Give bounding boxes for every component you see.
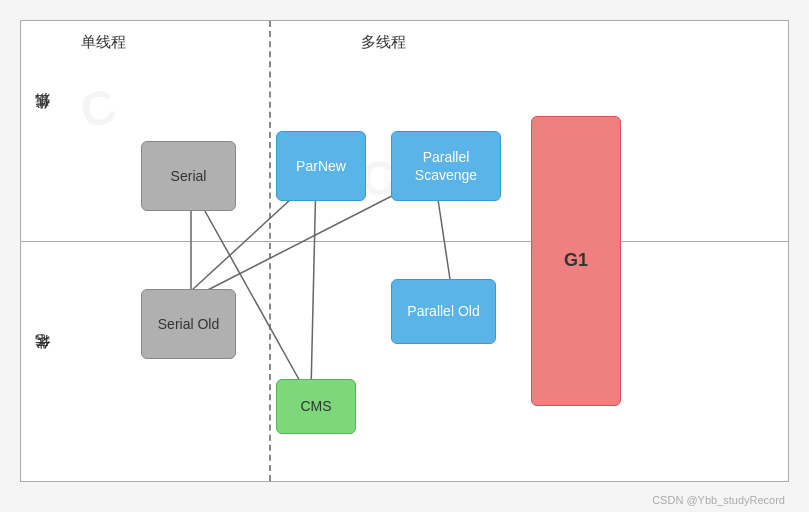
parallel-old-collector: Parallel Old bbox=[391, 279, 496, 344]
svg-line-5 bbox=[436, 186, 451, 286]
bg-watermark-1: C bbox=[74, 77, 122, 139]
serial-old-collector: Serial Old bbox=[141, 289, 236, 359]
young-old-divider bbox=[21, 241, 788, 242]
connector-lines bbox=[21, 21, 788, 481]
label-multi-thread: 多线程 bbox=[361, 33, 406, 52]
serial-collector: Serial bbox=[141, 141, 236, 211]
cms-collector: CMS bbox=[276, 379, 356, 434]
single-multi-divider bbox=[269, 21, 271, 481]
label-single-thread: 单线程 bbox=[81, 33, 126, 52]
g1-collector: G1 bbox=[531, 116, 621, 406]
diagram-container: C C C 单线程 多线程 新生代 老年代 Serial ParNew Para… bbox=[20, 20, 789, 482]
parallel-scavenge-collector: Parallel Scavenge bbox=[391, 131, 501, 201]
svg-line-3 bbox=[311, 176, 316, 391]
parnew-collector: ParNew bbox=[276, 131, 366, 201]
watermark: CSDN @Ybb_studyRecord bbox=[652, 494, 785, 506]
